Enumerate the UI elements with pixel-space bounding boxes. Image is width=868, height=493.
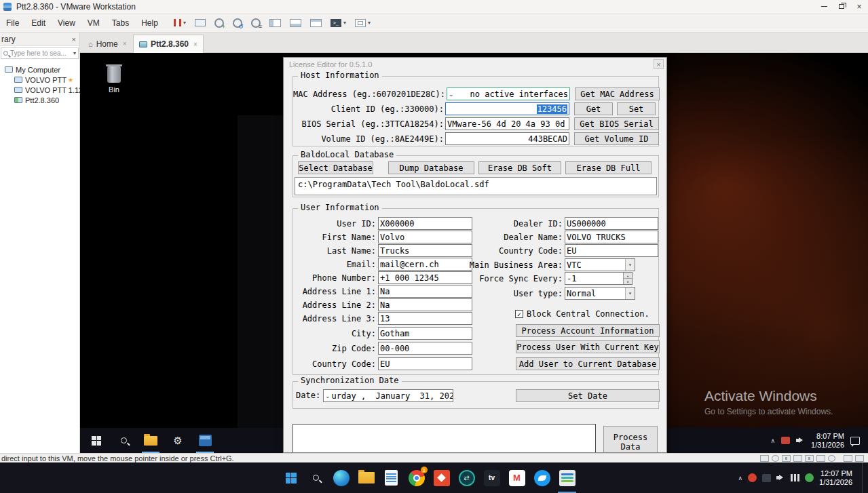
spinner-buttons[interactable]: ▴ ▾ xyxy=(623,273,632,284)
tab-home[interactable]: ⌂ Home × xyxy=(83,35,132,53)
spinner-up-icon[interactable]: ▴ xyxy=(624,273,632,278)
user-type-select[interactable]: Normal ▾ xyxy=(565,287,635,300)
host-search-button[interactable] xyxy=(303,462,328,493)
tray-app-red-icon[interactable] xyxy=(748,473,757,482)
taskbar-app-notepad[interactable] xyxy=(379,462,404,493)
dealer-name-input[interactable] xyxy=(565,231,658,243)
set-client-id-button[interactable]: Set xyxy=(617,102,656,115)
dealer-country-code-input[interactable] xyxy=(565,244,658,257)
display-status-icon[interactable] xyxy=(828,455,835,462)
vm-settings-button[interactable]: ⚙ xyxy=(164,428,191,453)
taskbar-app-sync[interactable]: ⇄ xyxy=(454,462,479,493)
dealer-id-input[interactable] xyxy=(565,217,658,230)
tree-item-my-computer[interactable]: My Computer xyxy=(0,64,79,75)
hidden-icons-chevron-icon[interactable]: ∧ xyxy=(738,475,742,481)
country-code-input[interactable] xyxy=(378,357,472,370)
host-start-button[interactable] xyxy=(278,462,303,493)
close-button[interactable]: × xyxy=(850,0,868,13)
vm-app-button[interactable] xyxy=(191,428,219,453)
message-log-icon[interactable] xyxy=(844,455,852,462)
date-picker[interactable]: ⌄ urday , January 31, 2026 xyxy=(323,389,453,402)
cdrom-status-icon[interactable] xyxy=(772,455,779,462)
hidden-icons-chevron-icon[interactable]: ∧ xyxy=(770,437,775,444)
erase-db-full-button[interactable]: Erase DB Full xyxy=(565,161,652,174)
minimize-button[interactable] xyxy=(815,0,833,13)
menu-edit[interactable]: Edit xyxy=(25,16,52,31)
tree-item-ptt28360[interactable]: Ptt2.8.360 xyxy=(0,95,79,105)
show-desktop-button[interactable] xyxy=(862,462,865,493)
menu-vm[interactable]: VM xyxy=(81,16,106,31)
taskbar-app-red-diamond[interactable] xyxy=(429,462,454,493)
usb-status-icon[interactable] xyxy=(793,455,802,462)
vm-search-button[interactable] xyxy=(110,428,137,453)
get-volume-id-button[interactable]: Get Volume ID xyxy=(574,132,659,145)
menu-view[interactable]: View xyxy=(52,16,81,31)
bios-serial-input[interactable] xyxy=(445,117,569,130)
ctrl-alt-del-button[interactable] xyxy=(195,19,206,26)
library-panel-toggle[interactable] xyxy=(269,19,281,27)
address-line-3-input[interactable] xyxy=(378,312,472,325)
set-date-button[interactable]: Set Date xyxy=(516,389,660,402)
tab-close-icon[interactable]: × xyxy=(193,41,197,48)
vm-clock[interactable]: 8:07 PM 1/31/2026 xyxy=(811,432,844,450)
menu-help[interactable]: Help xyxy=(135,16,164,31)
search-options-caret-icon[interactable]: ▾ xyxy=(73,50,76,56)
menu-tabs[interactable]: Tabs xyxy=(106,16,135,31)
tab-ptt28360[interactable]: Ptt2.8.360 × xyxy=(133,35,204,53)
tray-app-dark-icon[interactable] xyxy=(762,474,771,482)
dialog-close-button[interactable]: × xyxy=(654,59,664,69)
process-data-button[interactable]: Process Data xyxy=(603,426,658,453)
spinner-down-icon[interactable]: ▾ xyxy=(624,278,632,284)
get-mac-address-button[interactable]: Get MAC Address xyxy=(575,87,660,100)
taskbar-app-tv[interactable]: tv xyxy=(479,462,504,493)
menu-file[interactable]: File xyxy=(0,16,25,31)
fit-window-icon[interactable] xyxy=(855,455,864,462)
taskbar-app-vmware[interactable] xyxy=(554,462,580,493)
volume-icon[interactable] xyxy=(776,474,785,481)
recycle-bin[interactable]: Bin xyxy=(95,66,133,94)
sound-status-icon[interactable] xyxy=(805,455,814,462)
taskbar-app-file-explorer[interactable] xyxy=(354,462,379,493)
database-path-field[interactable]: c:\ProgramData\Tech Tool\BaldoLocal.sdf xyxy=(295,177,657,195)
host-clock[interactable]: 12:07 PM 1/31/2026 xyxy=(819,469,852,487)
address-line-2-input[interactable] xyxy=(378,298,472,311)
taskbar-app-edge[interactable] xyxy=(328,462,354,493)
taskbar-app-gmail[interactable]: M xyxy=(504,462,529,493)
restore-button[interactable] xyxy=(833,0,850,13)
vm-tray-app-icon[interactable] xyxy=(781,437,790,444)
volume-icon[interactable] xyxy=(796,437,805,444)
dialog-titlebar[interactable]: License Editor for 0.5.1.0 × xyxy=(284,58,666,71)
zip-code-input[interactable] xyxy=(378,342,472,355)
output-textarea[interactable] xyxy=(293,424,596,453)
force-sync-spinner[interactable]: -1 ▴ ▾ xyxy=(565,272,633,285)
vm-start-button[interactable] xyxy=(83,428,110,453)
dump-database-button[interactable]: Dump Database xyxy=(388,161,474,174)
snapshot-revert-button[interactable] xyxy=(233,18,242,28)
first-name-input[interactable] xyxy=(378,231,472,243)
main-business-area-select[interactable]: VTC ▾ xyxy=(565,258,635,271)
search-input[interactable] xyxy=(10,50,71,57)
volume-id-input[interactable] xyxy=(445,132,569,145)
taskbar-app-chrome[interactable]: 1 xyxy=(404,462,429,493)
vm-file-explorer-button[interactable] xyxy=(137,428,164,453)
add-user-to-current-database-button[interactable]: Add User to Current Database xyxy=(516,357,660,370)
mac-address-select[interactable]: ⌄ no active interfaces xyxy=(447,87,570,100)
phone-number-input[interactable] xyxy=(378,271,472,284)
thumbnail-bar-toggle[interactable] xyxy=(290,19,301,27)
last-name-input[interactable] xyxy=(378,244,472,257)
network-status-icon[interactable] xyxy=(782,455,791,462)
get-bios-serial-button[interactable]: Get BIOS Serial xyxy=(574,117,659,130)
library-close-icon[interactable]: × xyxy=(72,35,76,43)
printer-status-icon[interactable] xyxy=(816,455,825,462)
hdd-status-icon[interactable] xyxy=(760,455,769,462)
snapshot-take-button[interactable] xyxy=(214,18,224,28)
console-view-button[interactable]: >_ ▾ xyxy=(331,19,346,27)
city-input[interactable] xyxy=(378,327,472,340)
fullscreen-button[interactable]: ▾ xyxy=(355,19,371,27)
process-account-information-button[interactable]: Process Account Information xyxy=(516,324,660,337)
address-line-1-input[interactable] xyxy=(378,285,472,298)
user-id-input[interactable] xyxy=(378,217,472,230)
tree-item-volvo-ptt[interactable]: VOLVO PTT ★ xyxy=(0,75,79,85)
snapshot-manage-button[interactable] xyxy=(251,18,261,28)
status-bar-toggle[interactable] xyxy=(310,19,322,27)
